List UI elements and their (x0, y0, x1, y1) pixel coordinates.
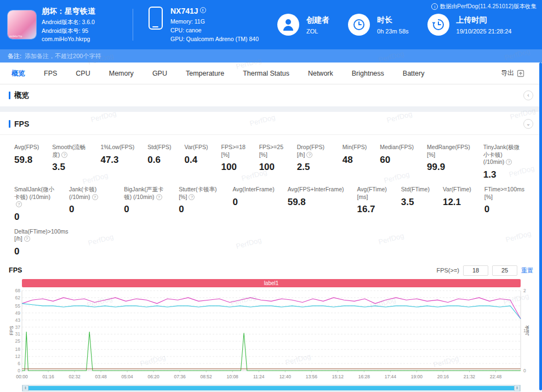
metric-value: 99.9 (427, 162, 470, 173)
metric-fps-18-%-: FPS>=18 [%]100 (221, 144, 246, 180)
metric-label: Min(FPS) (343, 144, 367, 151)
android-version-code: Android版本号: 95 (42, 27, 95, 36)
fps-threshold-input-1[interactable] (463, 265, 488, 276)
upload-time-block: 上传时间 19/10/2025 21:28:24 (427, 14, 512, 36)
metric-avg-fps-interframe-: Avg(FPS+InterFrame)59.8 (288, 186, 344, 223)
tab-memory[interactable]: Memory (100, 63, 143, 84)
metric-label: Avg(FPS) (14, 144, 39, 151)
metric-label: Avg(InterFrame) (232, 186, 274, 194)
fps-threshold-input-2[interactable] (492, 265, 517, 276)
fps-metrics: Avg(FPS)59.8Smooth(流畅度)?3.51%Low(FPS)47.… (0, 135, 542, 257)
page-vertical-scrollbar[interactable] (539, 63, 542, 390)
metric-value: 100 (259, 162, 284, 173)
svg-text:49: 49 (15, 310, 21, 316)
svg-text:31: 31 (15, 332, 21, 337)
tab-battery[interactable]: Battery (393, 63, 434, 84)
tab-brightness[interactable]: Brightness (343, 63, 393, 84)
help-icon[interactable]: ? (306, 152, 312, 158)
metric-value: 0 (69, 204, 111, 215)
metric-avg-interframe-: Avg(InterFrame)0 (232, 186, 274, 223)
tab-network[interactable]: Network (299, 63, 343, 84)
phone-icon (149, 7, 163, 30)
tab-temperature[interactable]: Temperature (176, 63, 233, 84)
metric-value: 0.4 (184, 155, 208, 166)
fps-card: FPS ⌄ Avg(FPS)59.8Smooth(流畅度)?3.51%Low(F… (0, 112, 542, 392)
collect-note-text: 数据由PerfDog(11.4.251012)版本收集 (440, 3, 537, 10)
metric-value: 59.8 (288, 197, 344, 208)
metric-value: 100 (221, 162, 246, 173)
device-info-icon[interactable]: i (200, 7, 206, 13)
metric-label: Jank(卡顿) (/10min)? (69, 186, 111, 201)
device-cpu: CPU: canoe (170, 26, 259, 35)
export-label: 导出 (501, 69, 514, 78)
help-icon[interactable]: ? (61, 152, 67, 158)
app-header: i 数据由PerfDog(11.4.251012)版本收集 miHoYo 崩坏：… (0, 0, 542, 49)
help-icon[interactable]: ? (189, 194, 195, 200)
fps-threshold-label: FPS(>=) (436, 267, 459, 274)
notes-bar: 备注: (0, 49, 542, 63)
metric-label: FTime>=100ms [%] (484, 186, 524, 201)
device-info: NX741Ji Memory: 11G CPU: canoe GPU: Qual… (143, 5, 259, 43)
tab-cpu[interactable]: CPU (66, 63, 99, 84)
tab-gpu[interactable]: GPU (143, 63, 176, 84)
chart-horizontal-scrollbar[interactable]: ‖ ‖ (22, 385, 521, 391)
svg-text:0: 0 (18, 368, 20, 373)
tabs: 概览FPSCPUMemoryGPUTemperatureThermal Stat… (2, 63, 433, 84)
metric-value: 0 (124, 204, 166, 215)
metric-tinyjank-10min-: TinyJank(极微小卡顿) (/10min)?1.3 (483, 144, 524, 180)
section-accent (9, 92, 10, 99)
export-icon (517, 70, 524, 77)
help-icon[interactable]: ? (24, 236, 30, 242)
device-meta: NX741Ji Memory: 11G CPU: canoe GPU: Qual… (170, 5, 259, 43)
device-memory: Memory: 11G (170, 18, 259, 26)
reset-link[interactable]: 重置 (521, 266, 533, 275)
help-icon[interactable]: ? (92, 194, 98, 200)
tab-概览[interactable]: 概览 (2, 63, 35, 84)
help-icon[interactable]: ? (506, 159, 512, 165)
fps-collapse-button[interactable]: ⌄ (523, 119, 533, 129)
notes-input[interactable] (25, 53, 255, 59)
metric-value: 59.8 (14, 155, 39, 166)
svg-text:19:00: 19:00 (411, 374, 423, 379)
metric-label: 1%Low(FPS) (100, 144, 134, 151)
metric-label: BigJank(严重卡顿) (/10min)? (124, 186, 166, 201)
metric-min-fps-: Min(FPS)48 (343, 144, 367, 180)
export-button[interactable]: 导出 (501, 69, 524, 78)
scrollbar-thumb[interactable] (28, 386, 514, 390)
metric-medrange-fps-%-: MedRange(FPS)[%]99.9 (427, 144, 470, 180)
game-avatar: miHoYo (8, 10, 36, 39)
series-InterFrame (22, 304, 521, 319)
scrollbar-left-handle[interactable]: ‖ (22, 385, 28, 391)
tab-fps[interactable]: FPS (35, 63, 66, 84)
svg-text:03:48: 03:48 (95, 374, 107, 379)
metric-value: 0.6 (147, 155, 171, 166)
svg-text:12:40: 12:40 (279, 374, 292, 379)
metric-label: FPS>=25 [%] (259, 144, 284, 158)
metric-value: 60 (380, 155, 414, 166)
metric-1%low-fps-: 1%Low(FPS)47.3 (100, 144, 134, 180)
duration-value: 0h 23m 58s (377, 28, 408, 35)
creator-block: 创建者 ZOL (277, 14, 329, 36)
metric-delta-ftime-100ms-h-: Delta(FTime)>100ms [/h]?0 (14, 228, 71, 257)
metric-value: 0 (232, 197, 274, 208)
metric-label: SmallJank(微小卡顿) (/10min)? (14, 186, 56, 208)
metric-stutter-%-: Stutter(卡顿率) [%]?0 (179, 186, 219, 223)
metric-label: Avg(FPS+InterFrame) (288, 186, 344, 194)
metric-label: MedRange(FPS)[%] (427, 144, 470, 158)
overview-collapse-button[interactable]: ‹ (523, 90, 533, 100)
creator-label: 创建者 (306, 15, 329, 25)
scrollbar-right-handle[interactable]: ‖ (514, 385, 520, 391)
svg-text:01:16: 01:16 (42, 374, 54, 379)
help-icon[interactable]: ? (156, 194, 162, 200)
metric-value: 47.3 (100, 155, 134, 166)
metric-value: 0 (484, 204, 524, 215)
tab-thermal-status[interactable]: Thermal Status (233, 63, 299, 84)
help-icon[interactable]: ? (16, 201, 22, 207)
device-name: NX741Ji (170, 5, 259, 17)
svg-text:10:08: 10:08 (227, 374, 239, 379)
metric-value: 0 (14, 246, 71, 257)
fps-chart-section: FPS FPS(>=) 重置 label1 686255494337312518… (0, 263, 542, 392)
metric-label: Delta(FTime)>100ms [/h]? (14, 228, 71, 243)
creator-value: ZOL (306, 28, 329, 35)
svg-text:Jank: Jank (524, 325, 530, 336)
